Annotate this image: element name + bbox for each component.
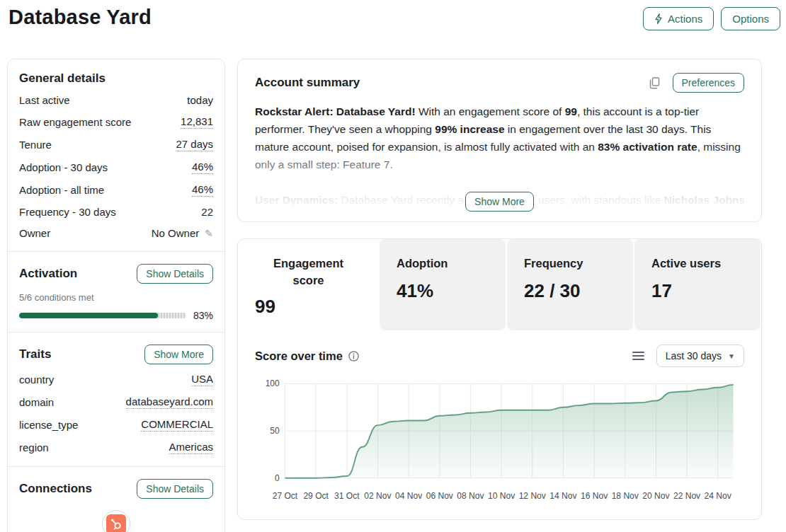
detail-row: domaindatabaseyard.com [19,395,213,409]
detail-row: Adoption - all time46% [19,183,213,197]
metric-tab-label: Active users [651,255,744,272]
account-summary-card: Account summary Preferences Rockstar Ale… [237,59,762,222]
general-details-section: General details Last activetodayRaw enga… [8,59,224,251]
metric-tab-label: Adoption [397,255,489,272]
detail-row: Adoption - 30 days46% [19,161,213,174]
page-header: Database Yard Actions Options [0,0,786,30]
detail-value-text: 46% [192,161,213,174]
summary-paragraph-1: Rockstar Alert: Database Yard! With an e… [255,103,744,173]
svg-text:0: 0 [275,473,280,483]
svg-text:50: 50 [270,426,280,436]
info-icon[interactable] [348,351,359,362]
activation-progress-row: 83% [19,310,213,321]
tab-active-users[interactable]: Active users17 [634,239,761,330]
detail-row: Last activetoday [19,94,213,106]
detail-label: Owner [19,227,50,239]
detail-label: country [19,374,54,386]
chevron-down-icon: ▼ [728,352,735,360]
detail-value-text: databaseyard.com [126,395,213,409]
svg-text:18 Nov: 18 Nov [612,491,639,501]
svg-text:20 Nov: 20 Nov [642,491,669,501]
svg-text:27 Oct: 27 Oct [273,491,298,501]
detail-value-text: 46% [192,183,213,197]
detail-label: Tenure [19,139,52,151]
connections-title: Connections [19,482,92,496]
metric-tab-value: 99 [255,296,362,318]
detail-label: Adoption - 30 days [19,161,108,173]
hubspot-icon [106,514,126,532]
activation-section: Activation Show Details 5/6 conditions m… [8,251,224,332]
lightning-icon [654,13,663,24]
svg-text:100: 100 [266,378,280,388]
svg-text:08 Nov: 08 Nov [457,491,484,501]
activation-percent-label: 83% [193,310,213,321]
date-range-dropdown[interactable]: Last 30 days ▼ [656,345,744,367]
metric-tabs: Engagement score99Adoption41%Frequency22… [238,239,761,330]
activation-progress-bar [19,313,186,318]
detail-value-text: 27 days [176,138,213,151]
metric-tab-label: Engagement score [255,255,362,289]
actions-button-label: Actions [668,13,702,24]
edit-icon[interactable]: ✎ [205,228,213,239]
preferences-button[interactable]: Preferences [673,73,744,93]
detail-value: Americas [169,441,213,454]
general-rows: Last activetodayRaw engagement score12,8… [19,94,213,239]
svg-text:31 Oct: 31 Oct [334,491,360,501]
traits-show-more-button[interactable]: Show More [144,345,213,364]
detail-value: COMMERCIAL [141,418,213,432]
chart-title: Score over time [255,349,343,363]
metric-tab-value: 41% [397,280,489,302]
options-button[interactable]: Options [721,7,780,30]
connections-show-details-button[interactable]: Show Details [137,479,213,499]
detail-value-text: USA [191,373,213,386]
chart-menu-icon[interactable] [630,349,647,362]
activation-conditions-text: 5/6 conditions met [19,292,213,303]
svg-text:22 Nov: 22 Nov [673,491,700,501]
hubspot-connection-badge[interactable] [102,510,130,532]
traits-title: Traits [19,347,51,362]
summary-show-more-button[interactable]: Show More [465,192,534,212]
svg-text:06 Nov: 06 Nov [426,491,453,501]
score-chart-svg: 05010027 Oct29 Oct31 Oct02 Nov04 Nov06 N… [255,374,744,505]
detail-value-text: 22 [201,206,213,218]
detail-value: 12,831 [181,115,213,129]
detail-value: databaseyard.com [126,395,213,409]
detail-value-text: today [187,94,213,106]
activation-show-details-button[interactable]: Show Details [137,264,213,284]
detail-label: Frequency - 30 days [19,206,116,218]
metric-tab-value: 22 / 30 [524,280,616,302]
detail-row: regionAmericas [19,441,213,454]
detail-label: region [19,441,49,453]
tab-frequency[interactable]: Frequency22 / 30 [507,239,633,330]
tab-adoption[interactable]: Adoption41% [380,239,506,330]
detail-value-text: Americas [169,441,213,454]
detail-value: 46% [192,161,213,174]
metric-tab-label: Frequency [524,255,616,272]
activation-title: Activation [19,267,77,281]
detail-row: OwnerNo Owner✎ [19,227,213,239]
detail-row: license_typeCOMMERCIAL [19,418,213,432]
detail-label: Last active [19,94,70,106]
detail-label: Raw engagement score [19,116,131,128]
svg-text:24 Nov: 24 Nov [705,491,731,501]
svg-text:04 Nov: 04 Nov [395,491,422,501]
page-title: Database Yard [8,6,152,29]
score-chart: 05010027 Oct29 Oct31 Oct02 Nov04 Nov06 N… [255,374,744,508]
detail-row: Tenure27 days [19,138,213,151]
detail-value: 22 [201,206,213,218]
actions-button[interactable]: Actions [643,7,714,30]
detail-value: No Owner✎ [152,227,213,239]
detail-row: Raw engagement score12,831 [19,115,213,129]
detail-value: today [187,94,213,106]
score-over-time-section: Score over time Last 30 days ▼ [238,330,761,519]
copy-icon[interactable] [648,76,661,91]
detail-value-text: 12,831 [181,115,213,129]
traits-section: Traits Show More countryUSAdomaindatabas… [8,332,224,466]
detail-row: Frequency - 30 days22 [19,206,213,218]
account-summary-title: Account summary [255,76,360,90]
detail-label: domain [19,396,54,408]
summary-body: Rockstar Alert: Database Yard! With an e… [255,103,744,209]
tab-engagement-score[interactable]: Engagement score99 [238,239,379,330]
svg-text:12 Nov: 12 Nov [519,491,546,501]
svg-text:29 Oct: 29 Oct [303,491,329,501]
